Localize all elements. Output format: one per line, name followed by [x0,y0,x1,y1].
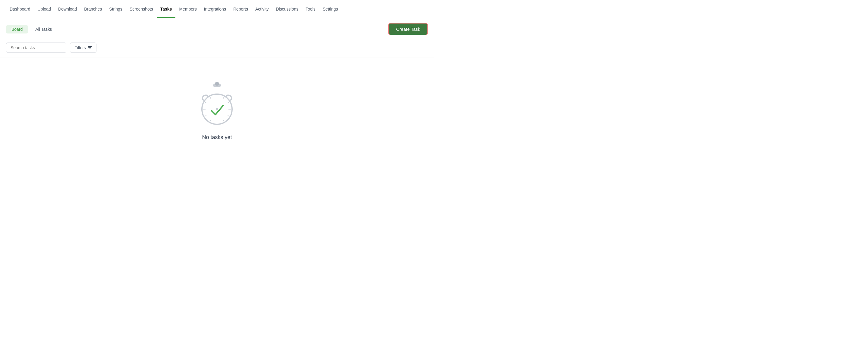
nav-item-integrations[interactable]: Integrations [200,0,230,18]
nav-item-members[interactable]: Members [176,0,200,18]
nav-item-branches[interactable]: Branches [81,0,105,18]
filters-button[interactable]: Filters [70,43,96,53]
empty-state: No tasks yet [0,58,434,152]
empty-state-message: No tasks yet [202,134,232,141]
tab-all-tasks[interactable]: All Tasks [32,25,56,33]
create-task-button[interactable]: Create Task [388,23,428,35]
nav-item-settings[interactable]: Settings [319,0,342,18]
stopwatch-illustration [197,82,237,127]
nav-item-tasks[interactable]: Tasks [157,0,176,18]
nav-item-tools[interactable]: Tools [302,0,319,18]
filter-icon [88,46,92,49]
tab-board[interactable]: Board [6,25,28,33]
nav-item-strings[interactable]: Strings [105,0,126,18]
filters-label: Filters [74,45,86,50]
search-input[interactable] [6,43,66,53]
subtabs: Board All Tasks [6,25,56,33]
svg-point-1 [215,82,219,86]
sub-header: Board All Tasks Create Task [0,18,434,40]
nav-item-discussions[interactable]: Discussions [272,0,302,18]
search-filters-row: Filters [0,40,434,58]
nav-item-dashboard[interactable]: Dashboard [6,0,34,18]
nav-item-reports[interactable]: Reports [230,0,252,18]
nav-item-activity[interactable]: Activity [252,0,272,18]
svg-point-20 [216,108,218,110]
top-navigation: Dashboard Upload Download Branches Strin… [0,0,434,18]
nav-item-download[interactable]: Download [55,0,81,18]
nav-item-screenshots[interactable]: Screenshots [126,0,157,18]
nav-item-upload[interactable]: Upload [34,0,55,18]
search-input-wrapper [6,43,66,53]
